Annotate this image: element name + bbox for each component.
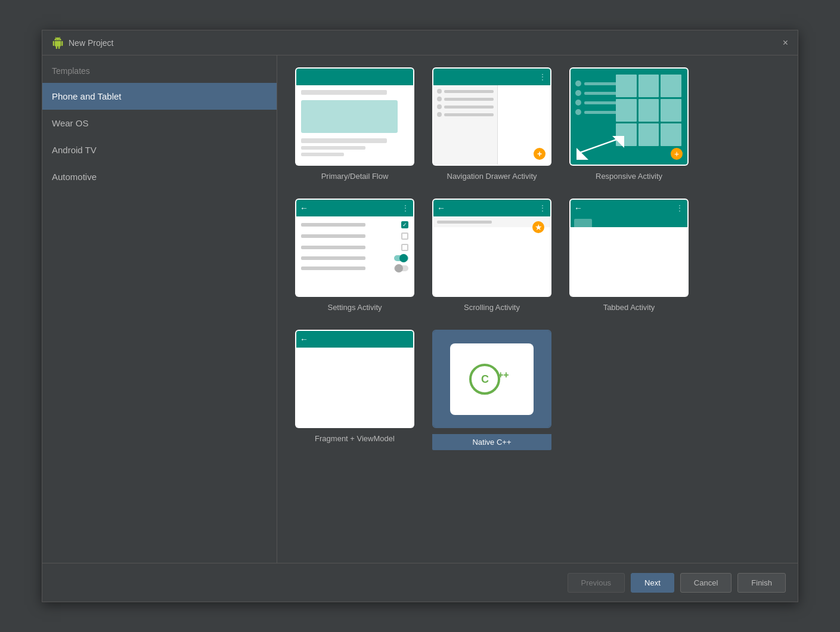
checkbox-off-icon (401, 244, 408, 251)
template-tabbed-label: Tabbed Activity (603, 303, 655, 312)
template-responsive-label: Responsive Activity (596, 172, 662, 181)
fab-icon: + (671, 148, 683, 160)
template-primary-detail[interactable]: Primary/Detail Flow (295, 67, 414, 181)
back-icon: ← (574, 203, 582, 213)
checkbox-off-icon (401, 233, 408, 240)
dots-icon: ⋮ (401, 203, 410, 213)
template-scrolling-thumb: ← ⋮ ★ (432, 199, 551, 297)
sidebar-item-phone-tablet[interactable]: Phone and Tablet (42, 83, 277, 110)
template-tabbed[interactable]: ← ⋮ Tabbed Activity (569, 199, 689, 312)
fab-icon: + (534, 148, 545, 160)
content-area: Templates Phone and Tablet Wear OS Andro… (42, 55, 798, 563)
template-fragment-viewmodel[interactable]: ← Fragment + ViewModel (295, 330, 414, 450)
next-button[interactable]: Next (631, 573, 674, 593)
title-bar: New Project × (42, 30, 798, 55)
templates-grid: Primary/Detail Flow ⋮ (277, 55, 798, 563)
template-navigation-drawer-thumb: ⋮ + (432, 67, 551, 166)
svg-text:++: ++ (498, 370, 509, 380)
finish-button[interactable]: Finish (737, 573, 786, 593)
toggle-on-icon (394, 255, 408, 261)
template-settings-thumb: ← ⋮ ✓ (295, 199, 414, 297)
template-native-cpp-thumb: C ++ (432, 330, 551, 428)
template-responsive-thumb: + (569, 67, 689, 166)
dots-icon: ⋮ (675, 203, 684, 213)
back-icon: ← (437, 203, 445, 213)
close-button[interactable]: × (783, 38, 788, 48)
sidebar-header: Templates (42, 55, 277, 83)
title-bar-left: New Project (52, 37, 113, 49)
template-settings[interactable]: ← ⋮ ✓ (295, 199, 414, 312)
template-settings-label: Settings Activity (327, 303, 382, 312)
template-scrolling-label: Scrolling Activity (464, 303, 520, 312)
previous-button[interactable]: Previous (568, 573, 625, 593)
svg-line-0 (576, 139, 618, 154)
template-scrolling[interactable]: ← ⋮ ★ Scrolling Activity (432, 199, 551, 312)
dialog-title: New Project (69, 38, 113, 48)
arrow-icon (576, 136, 624, 160)
android-icon (52, 37, 64, 49)
sidebar-item-android-tv[interactable]: Android TV (42, 137, 277, 163)
template-primary-detail-label: Primary/Detail Flow (321, 172, 389, 181)
template-fragment-viewmodel-thumb: ← (295, 330, 414, 428)
back-icon: ← (300, 334, 308, 344)
template-native-cpp[interactable]: C ++ Native C++ (432, 330, 551, 450)
template-fragment-viewmodel-label: Fragment + ViewModel (315, 434, 395, 443)
template-primary-detail-thumb (295, 67, 414, 166)
template-responsive[interactable]: + Responsive Activity (569, 67, 689, 181)
dots-icon: ⋮ (538, 72, 547, 82)
checkbox-on-icon: ✓ (401, 221, 408, 228)
template-tabbed-thumb: ← ⋮ (569, 199, 689, 297)
dots-icon: ⋮ (538, 203, 547, 213)
tab-item (596, 219, 613, 227)
tab-item (617, 219, 635, 227)
cpp-logo: C ++ (468, 361, 516, 397)
svg-text:C: C (481, 373, 489, 385)
svg-marker-1 (612, 136, 624, 148)
tab-indicator (574, 227, 592, 228)
new-project-dialog: New Project × Templates Phone and Tablet… (42, 30, 798, 602)
tab-item (574, 219, 592, 227)
sidebar: Templates Phone and Tablet Wear OS Andro… (42, 55, 277, 563)
footer: Previous Next Cancel Finish (42, 563, 798, 602)
sidebar-item-automotive[interactable]: Automotive (42, 163, 277, 190)
cancel-button[interactable]: Cancel (680, 573, 731, 593)
template-navigation-drawer-label: Navigation Drawer Activity (447, 172, 537, 181)
back-icon: ← (300, 203, 308, 213)
sidebar-item-wear-os[interactable]: Wear OS (42, 110, 277, 137)
template-native-cpp-label: Native C++ (432, 434, 551, 450)
toggle-off-icon (394, 265, 408, 271)
template-navigation-drawer[interactable]: ⋮ + Navigation Drawer Activity (432, 67, 551, 181)
fab-icon: ★ (532, 221, 544, 233)
